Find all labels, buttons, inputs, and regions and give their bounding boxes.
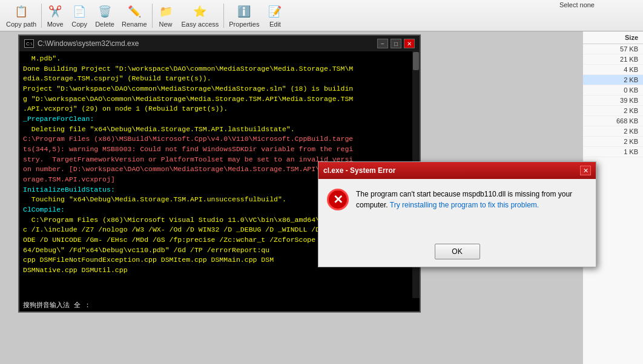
error-icon: ✕	[327, 189, 349, 210]
separator-3	[223, 4, 224, 28]
rename-label: Rename	[122, 21, 147, 28]
cmd-input-bar: 搜狗拼音输入法 全 ：	[19, 298, 420, 311]
copy-label: Copy	[71, 21, 87, 28]
properties-label: Properties	[229, 21, 259, 28]
edit-icon: 📝	[266, 3, 283, 20]
cmd-titlebar: C:\ C:\Windows\system32\cmd.exe − □ ✕	[19, 36, 420, 51]
delete-button[interactable]: 🗑️ Delete	[91, 0, 118, 31]
file-size-row: 21 KB	[583, 54, 643, 65]
copy-path-label: Copy path	[6, 21, 36, 28]
cmd-restore-button[interactable]: □	[391, 39, 401, 48]
separator-1	[41, 4, 42, 28]
error-dialog: cl.exe - System Error ✕ ✕ The program ca…	[318, 161, 596, 267]
move-icon: ✂️	[47, 3, 64, 20]
edit-button[interactable]: 📝 Edit	[263, 0, 287, 31]
edit-label: Edit	[269, 21, 281, 28]
file-size-row: 39 KB	[583, 96, 643, 106]
error-message-link: Try reinstalling the program to fix this…	[390, 201, 539, 209]
move-label: Move	[47, 21, 64, 28]
ok-button[interactable]: OK	[435, 244, 480, 259]
new-button[interactable]: 📁 New	[154, 0, 178, 31]
file-size-row: 2 KB	[583, 75, 643, 85]
rename-button[interactable]: ✏️ Rename	[118, 0, 151, 31]
cmd-title-text: C:\Windows\system32\cmd.exe	[38, 39, 139, 48]
main-content: C:\ C:\Windows\system32\cmd.exe − □ ✕ M.…	[0, 31, 643, 364]
move-button[interactable]: ✂️ Move	[43, 0, 67, 31]
cmd-scrollthumb[interactable]	[413, 52, 419, 70]
error-titlebar: cl.exe - System Error ✕	[318, 162, 596, 179]
easy-access-button[interactable]: ⭐ Easy access	[178, 0, 223, 31]
rename-icon: ✏️	[126, 3, 143, 20]
cmd-minimize-button[interactable]: −	[377, 39, 388, 48]
file-size-row: 0 KB	[583, 85, 643, 96]
new-label: New	[159, 21, 173, 28]
copy-icon: 📄	[71, 3, 88, 20]
select-none-button[interactable]: Select none	[559, 1, 595, 8]
easy-access-label: Easy access	[182, 21, 219, 28]
separator-2	[152, 4, 153, 28]
error-close-button[interactable]: ✕	[580, 166, 591, 175]
cmd-title-left: C:\ C:\Windows\system32\cmd.exe	[24, 39, 139, 48]
file-size-row: 2 KB	[583, 126, 643, 137]
file-size-row: 1 KB	[583, 147, 643, 157]
select-none-label: Select none	[559, 1, 595, 8]
cmd-icon: C:\	[24, 39, 34, 48]
cmd-close-button[interactable]: ✕	[404, 39, 415, 48]
error-footer: OK	[318, 240, 596, 267]
copy-path-button[interactable]: 📋 Copy path	[2, 0, 40, 31]
error-dialog-title: cl.exe - System Error	[323, 166, 395, 175]
properties-button[interactable]: ℹ️ Properties	[225, 0, 263, 31]
file-size-row: 2 KB	[583, 106, 643, 116]
copy-button[interactable]: 📄 Copy	[67, 0, 91, 31]
file-size-row: 668 KB	[583, 116, 643, 126]
toolbar: 📋 Copy path ✂️ Move 📄 Copy 🗑️ Delete ✏️ …	[0, 0, 643, 31]
easy-access-icon: ⭐	[191, 3, 208, 20]
file-size-row: 4 KB	[583, 65, 643, 75]
new-icon: 📁	[157, 3, 174, 20]
delete-label: Delete	[95, 21, 114, 28]
file-sizes-list: 57 KB21 KB4 KB2 KB0 KB39 KB2 KB668 KB2 K…	[583, 44, 643, 157]
properties-icon: ℹ️	[236, 3, 252, 20]
file-panel-header: Size	[583, 31, 643, 44]
delete-icon: 🗑️	[96, 3, 113, 20]
cmd-controls: − □ ✕	[377, 39, 415, 48]
file-size-row: 2 KB	[583, 137, 643, 147]
error-message: The program can't start because mspdb110…	[356, 189, 587, 210]
cmd-input-text: 搜狗拼音输入法 全 ：	[23, 301, 91, 310]
error-body: ✕ The program can't start because mspdb1…	[318, 179, 596, 240]
copy-path-icon: 📋	[13, 3, 30, 20]
file-size-row: 57 KB	[583, 44, 643, 54]
